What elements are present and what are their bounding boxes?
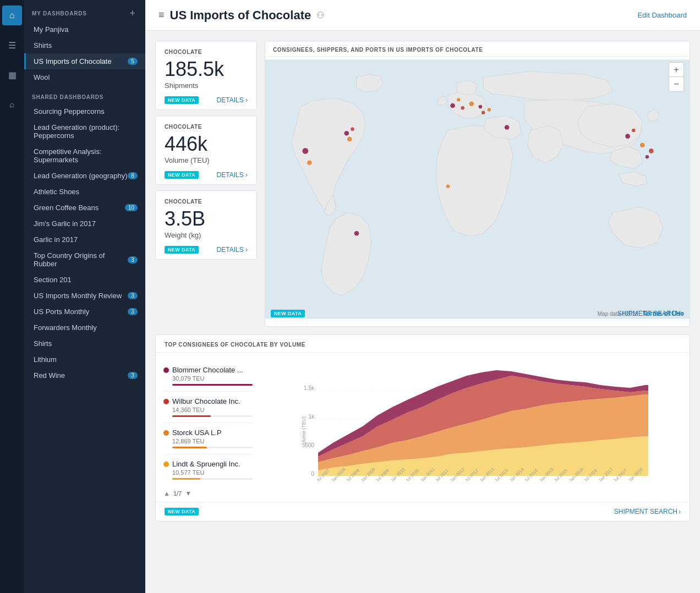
svg-text:0: 0 <box>311 471 314 477</box>
sidebar-item[interactable]: Jim's Garlic in 2017 <box>24 216 145 232</box>
content-area: CHOCOLATE 185.5k Shipments NEW DATA DETA… <box>145 31 700 593</box>
zoom-out-button[interactable]: − <box>669 77 683 91</box>
page-title: US Imports of Chocolate <box>170 8 311 23</box>
map-shipment-search-link[interactable]: SHIPMENT SEARCH › <box>617 310 684 317</box>
svg-point-20 <box>446 184 450 188</box>
legend-item[interactable]: Lindt & Spruengli Inc. 10,577 TEU <box>163 454 253 485</box>
svg-text:1.5k: 1.5k <box>304 385 315 391</box>
legend-bar-fill <box>172 478 200 480</box>
svg-point-15 <box>632 129 635 132</box>
sidebar-item-label: Top Country Origins of Rubber <box>34 251 128 268</box>
edit-dashboard-link[interactable]: Edit Dashboard <box>637 11 687 19</box>
sidebar-badge: 3 <box>128 308 138 315</box>
svg-point-3 <box>344 131 349 136</box>
legend-dot <box>163 399 169 404</box>
stat-card-label: CHOCOLATE <box>165 124 248 130</box>
pagination-down-arrow[interactable]: ▼ <box>185 490 192 497</box>
sidebar-item-label: Section 201 <box>34 276 72 284</box>
stat-card-unit: Weight (kg) <box>165 231 248 239</box>
svg-point-17 <box>646 155 649 158</box>
sidebar-item[interactable]: Shirts <box>24 37 145 53</box>
legend-item-name: Blommer Chocolate ... <box>163 366 253 374</box>
share-icon[interactable]: ⚇ <box>316 10 324 20</box>
stat-card-value: 185.5k <box>165 59 248 79</box>
sidebar-item[interactable]: Wool <box>24 69 145 85</box>
sidebar-item-label: Competitive Analysis: Supermarkets <box>34 147 138 164</box>
shared-dashboards-label: SHARED DASHBOARDS <box>24 85 145 103</box>
svg-point-13 <box>505 125 510 130</box>
sidebar-item-label: Athletic Shoes <box>34 188 79 196</box>
world-map-svg <box>265 57 690 322</box>
legend-item-value: 30,079 TEU <box>172 375 253 382</box>
stat-card: CHOCOLATE 3.5B Weight (kg) NEW DATA DETA… <box>155 190 257 260</box>
list-icon-btn[interactable]: ☰ <box>2 35 22 55</box>
top-row: CHOCOLATE 185.5k Shipments NEW DATA DETA… <box>155 41 690 327</box>
home-icon-btn[interactable]: ⌂ <box>2 6 22 25</box>
stat-card-footer: NEW DATA DETAILS › <box>165 171 248 179</box>
chart-legend: Blommer Chocolate ... 30,079 TEU Wilbur … <box>156 360 260 485</box>
stat-card: CHOCOLATE 185.5k Shipments NEW DATA DETA… <box>155 41 257 110</box>
legend-item[interactable]: Blommer Chocolate ... 30,079 TEU <box>163 360 253 392</box>
legend-item-value: 12,869 TEU <box>172 438 253 444</box>
chart-shipment-search-link[interactable]: SHIPMENT SEARCH › <box>614 508 681 515</box>
search-icon-btn[interactable]: ⌕ <box>2 95 22 114</box>
stat-cards-column: CHOCOLATE 185.5k Shipments NEW DATA DETA… <box>155 41 257 327</box>
sidebar-item[interactable]: Lead Generation (geography)8 <box>24 168 145 184</box>
sidebar-item-label: Lithium <box>34 355 57 364</box>
map-new-data-badge: NEW DATA <box>271 310 305 317</box>
my-dashboards-list: My PanjivaShirtsUS Imports of Chocolate5… <box>24 21 145 85</box>
sidebar-item-label: US Ports Monthly <box>34 308 89 316</box>
sidebar-badge: 3 <box>128 372 138 379</box>
details-link[interactable]: DETAILS › <box>217 246 248 254</box>
menu-icon[interactable]: ≡ <box>158 9 165 21</box>
map-zoom-controls: + − <box>669 62 684 92</box>
map-header: CONSIGNEES, SHIPPERS, AND PORTS IN US IM… <box>265 41 690 57</box>
sidebar-item-label: Lead Generation (geography) <box>34 172 128 180</box>
details-link[interactable]: DETAILS › <box>217 96 248 104</box>
legend-bar-bg <box>172 478 253 480</box>
sidebar-item[interactable]: Green Coffee Beans10 <box>24 200 145 216</box>
sidebar-badge: 8 <box>128 172 138 179</box>
sidebar-item[interactable]: My Panjiva <box>24 21 145 37</box>
sidebar-item[interactable]: US Ports Monthly3 <box>24 304 145 320</box>
sidebar-item[interactable]: Athletic Shoes <box>24 184 145 200</box>
svg-point-5 <box>351 128 354 131</box>
svg-point-1 <box>302 148 308 154</box>
add-dashboard-button[interactable]: + <box>127 8 138 19</box>
sidebar-item[interactable]: Lead Generation (product): Peppercorns <box>24 119 145 144</box>
sidebar-item[interactable]: US Imports of Chocolate5 <box>24 53 145 69</box>
legend-item[interactable]: Wilbur Chocolate Inc. 14,360 TEU <box>163 392 253 423</box>
zoom-in-button[interactable]: + <box>669 63 683 77</box>
sidebar-item[interactable]: Competitive Analysis: Supermarkets <box>24 144 145 168</box>
map-body: + − Google Map data ©2018 Terms of Use N… <box>265 57 690 322</box>
sidebar-item-label: US Imports of Chocolate <box>34 57 112 65</box>
sidebar-item-label: Wool <box>34 73 50 81</box>
chart-card-header: TOP CONSIGNEES OF CHOCOLATE BY VOLUME <box>156 335 690 353</box>
legend-item[interactable]: Storck USA L.P 12,869 TEU <box>163 423 253 454</box>
legend-item-name: Wilbur Chocolate Inc. <box>163 397 253 405</box>
sidebar-item[interactable]: Shirts <box>24 336 145 352</box>
legend-dot <box>163 367 169 373</box>
sidebar-item[interactable]: Top Country Origins of Rubber3 <box>24 248 145 272</box>
stat-card-label: CHOCOLATE <box>165 49 248 55</box>
details-link[interactable]: DETAILS › <box>217 171 248 179</box>
sidebar-item[interactable]: Forwarders Monthly <box>24 320 145 336</box>
sidebar-item[interactable]: Lithium <box>24 352 145 367</box>
sidebar-item[interactable]: Sourcing Peppercorns <box>24 103 145 119</box>
sidebar-item[interactable]: Garlic in 2017 <box>24 232 145 248</box>
sidebar-item[interactable]: US Imports Monthly Review3 <box>24 288 145 304</box>
sidebar-item[interactable]: Red Wine3 <box>24 367 145 383</box>
main-content: ≡ US Imports of Chocolate ⚇ Edit Dashboa… <box>145 0 700 593</box>
shared-dashboards-list: Sourcing PeppercornsLead Generation (pro… <box>24 103 145 383</box>
map-card: CONSIGNEES, SHIPPERS, AND PORTS IN US IM… <box>265 41 690 327</box>
chart-icon-btn[interactable]: ▦ <box>2 65 22 85</box>
sidebar-item-label: US Imports Monthly Review <box>34 292 122 300</box>
chart-footer: NEW DATA SHIPMENT SEARCH › <box>156 502 690 521</box>
sidebar-item[interactable]: Section 201 <box>24 272 145 288</box>
svg-point-12 <box>488 108 491 111</box>
pagination-up-arrow[interactable]: ▲ <box>163 490 170 497</box>
pagination-label: 1/7 <box>173 490 182 497</box>
chevron-right-icon: › <box>682 310 684 317</box>
legend-bar-bg <box>172 415 253 417</box>
chart-area: 0 500 1k 1.5k Volume (TEU) <box>260 360 690 485</box>
